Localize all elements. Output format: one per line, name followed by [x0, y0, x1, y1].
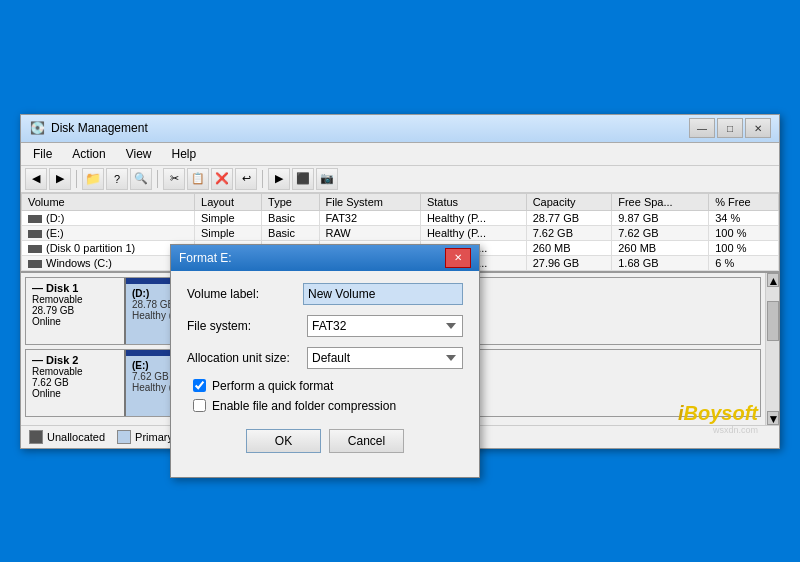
cell-pct: 100 % [709, 225, 779, 240]
file-system-label: File system: [187, 319, 307, 333]
compression-row: Enable file and folder compression [187, 399, 463, 413]
play-button[interactable]: ▶ [268, 168, 290, 190]
window-controls: — □ ✕ [689, 118, 771, 138]
disk-label: — Disk 2 Removable 7.62 GB Online [26, 350, 126, 416]
disk-name: — Disk 1 [32, 282, 118, 294]
format-dialog: Format E: ✕ Volume label: File system: F… [170, 244, 480, 478]
cell-volume: (E:) [22, 225, 195, 240]
cell-free: 7.62 GB [612, 225, 709, 240]
back-button[interactable]: ◀ [25, 168, 47, 190]
cell-volume: (Disk 0 partition 1) [22, 240, 195, 255]
alloc-unit-row: Allocation unit size: Default 512 1024 2… [187, 347, 463, 369]
dialog-close-button[interactable]: ✕ [445, 248, 471, 268]
cell-capacity: 260 MB [526, 240, 612, 255]
file-system-row: File system: FAT32 NTFS exFAT [187, 315, 463, 337]
cell-capacity: 27.96 GB [526, 255, 612, 270]
dialog-footer: OK Cancel [187, 419, 463, 465]
menu-view[interactable]: View [118, 145, 160, 163]
disk-type: Removable [32, 366, 118, 377]
cell-pct: 6 % [709, 255, 779, 270]
undo-button[interactable]: ↩ [235, 168, 257, 190]
col-status[interactable]: Status [420, 193, 526, 210]
copy-button[interactable]: 📋 [187, 168, 209, 190]
dialog-body: Volume label: File system: FAT32 NTFS ex… [171, 271, 479, 477]
col-type[interactable]: Type [262, 193, 319, 210]
maximize-button[interactable]: □ [717, 118, 743, 138]
toolbar: ◀ ▶ 📁 ? 🔍 ✂ 📋 ❌ ↩ ▶ ⬛ 📷 [21, 166, 779, 193]
quick-format-label[interactable]: Perform a quick format [212, 379, 333, 393]
legend-label-unallocated: Unallocated [47, 431, 105, 443]
disk-status: Online [32, 316, 118, 327]
cell-status: Healthy (P... [420, 210, 526, 225]
minimize-button[interactable]: — [689, 118, 715, 138]
cell-volume: Windows (C:) [22, 255, 195, 270]
legend-box-unallocated [29, 430, 43, 444]
menu-help[interactable]: Help [164, 145, 205, 163]
col-capacity[interactable]: Capacity [526, 193, 612, 210]
toolbar-separator-3 [262, 170, 263, 188]
cut-button[interactable]: ✂ [163, 168, 185, 190]
cell-fs: RAW [319, 225, 420, 240]
volume-label-row: Volume label: [187, 283, 463, 305]
col-volume[interactable]: Volume [22, 193, 195, 210]
disk-type: Removable [32, 294, 118, 305]
cell-free: 260 MB [612, 240, 709, 255]
dialog-title-bar: Format E: ✕ [171, 245, 479, 271]
compression-label[interactable]: Enable file and folder compression [212, 399, 396, 413]
folder-button[interactable]: 📁 [82, 168, 104, 190]
window-title: Disk Management [51, 121, 689, 135]
cell-type: Basic [262, 225, 319, 240]
scroll-up[interactable]: ▲ [767, 273, 779, 287]
delete-button[interactable]: ❌ [211, 168, 233, 190]
disk-size: 7.62 GB [32, 377, 118, 388]
toolbar-separator-1 [76, 170, 77, 188]
volume-label-label: Volume label: [187, 287, 303, 301]
scrollbar-track[interactable]: ▲ ▼ [765, 273, 779, 425]
col-layout[interactable]: Layout [195, 193, 262, 210]
cell-capacity: 28.77 GB [526, 210, 612, 225]
alloc-unit-select[interactable]: Default 512 1024 2048 4096 [307, 347, 463, 369]
file-system-select[interactable]: FAT32 NTFS exFAT [307, 315, 463, 337]
legend-unallocated: Unallocated [29, 430, 105, 444]
legend-box-primary [117, 430, 131, 444]
cell-free: 9.87 GB [612, 210, 709, 225]
table-row[interactable]: (E:) Simple Basic RAW Healthy (P... 7.62… [22, 225, 779, 240]
cell-status: Healthy (P... [420, 225, 526, 240]
col-pct[interactable]: % Free [709, 193, 779, 210]
cell-type: Basic [262, 210, 319, 225]
forward-button[interactable]: ▶ [49, 168, 71, 190]
table-row[interactable]: (D:) Simple Basic FAT32 Healthy (P... 28… [22, 210, 779, 225]
snapshot-button[interactable]: 📷 [316, 168, 338, 190]
compression-checkbox[interactable] [193, 399, 206, 412]
dialog-title-text: Format E: [179, 251, 232, 265]
volume-label-input[interactable] [303, 283, 463, 305]
cell-pct: 34 % [709, 210, 779, 225]
disk-name: — Disk 2 [32, 354, 118, 366]
menu-bar: File Action View Help [21, 143, 779, 166]
col-free[interactable]: Free Spa... [612, 193, 709, 210]
cell-fs: FAT32 [319, 210, 420, 225]
cell-pct: 100 % [709, 240, 779, 255]
cancel-button[interactable]: Cancel [329, 429, 404, 453]
toolbar-separator-2 [157, 170, 158, 188]
cell-free: 1.68 GB [612, 255, 709, 270]
disk-size: 28.79 GB [32, 305, 118, 316]
menu-action[interactable]: Action [64, 145, 113, 163]
help-button[interactable]: ? [106, 168, 128, 190]
col-fs[interactable]: File System [319, 193, 420, 210]
cell-layout: Simple [195, 225, 262, 240]
stop-button[interactable]: ⬛ [292, 168, 314, 190]
title-bar: 💽 Disk Management — □ ✕ [21, 115, 779, 143]
cell-capacity: 7.62 GB [526, 225, 612, 240]
close-button[interactable]: ✕ [745, 118, 771, 138]
search-button[interactable]: 🔍 [130, 168, 152, 190]
disk-status: Online [32, 388, 118, 399]
ok-button[interactable]: OK [246, 429, 321, 453]
disk-label: — Disk 1 Removable 28.79 GB Online [26, 278, 126, 344]
quick-format-checkbox[interactable] [193, 379, 206, 392]
menu-file[interactable]: File [25, 145, 60, 163]
cell-layout: Simple [195, 210, 262, 225]
quick-format-row: Perform a quick format [187, 379, 463, 393]
scrollbar-thumb[interactable] [767, 301, 779, 341]
scroll-down[interactable]: ▼ [767, 411, 779, 425]
